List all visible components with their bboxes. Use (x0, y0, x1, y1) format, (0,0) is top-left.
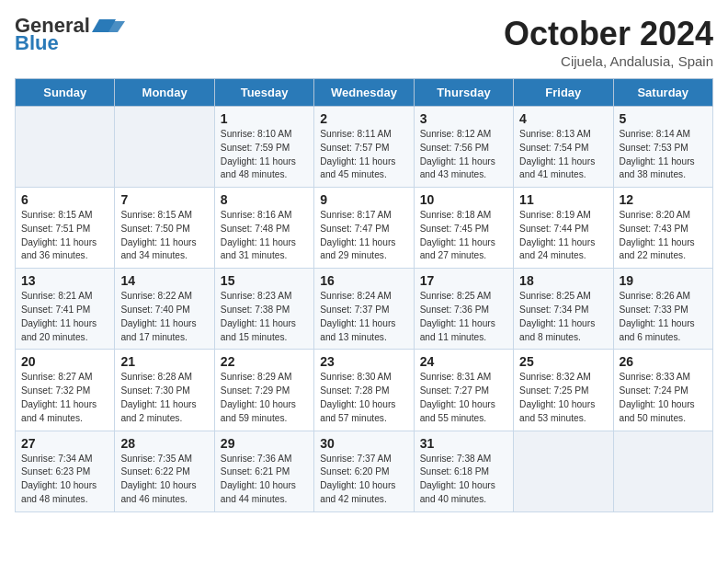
day-cell: 2Sunrise: 8:11 AM Sunset: 7:57 PM Daylig… (314, 107, 414, 188)
day-info: Sunrise: 8:22 AM Sunset: 7:40 PM Dayligh… (120, 290, 209, 344)
day-cell: 3Sunrise: 8:12 AM Sunset: 7:56 PM Daylig… (414, 107, 513, 188)
day-cell: 25Sunrise: 8:32 AM Sunset: 7:25 PM Dayli… (514, 350, 613, 431)
day-number: 28 (120, 436, 209, 451)
day-number: 27 (21, 436, 109, 451)
day-cell: 30Sunrise: 7:37 AM Sunset: 6:20 PM Dayli… (314, 431, 414, 511)
day-number: 23 (320, 354, 408, 369)
logo-icon (92, 16, 125, 36)
day-number: 8 (221, 192, 309, 207)
day-info: Sunrise: 8:20 AM Sunset: 7:43 PM Dayligh… (620, 209, 708, 263)
day-number: 18 (519, 273, 608, 288)
day-cell (613, 431, 712, 511)
day-number: 2 (320, 111, 408, 126)
day-info: Sunrise: 8:31 AM Sunset: 7:27 PM Dayligh… (420, 371, 508, 425)
day-info: Sunrise: 8:19 AM Sunset: 7:44 PM Dayligh… (519, 209, 608, 263)
day-info: Sunrise: 8:25 AM Sunset: 7:34 PM Dayligh… (519, 290, 608, 344)
day-info: Sunrise: 8:17 AM Sunset: 7:47 PM Dayligh… (320, 209, 408, 263)
day-info: Sunrise: 7:38 AM Sunset: 6:18 PM Dayligh… (420, 453, 508, 507)
week-row-1: 1Sunrise: 8:10 AM Sunset: 7:59 PM Daylig… (16, 107, 713, 188)
day-cell: 9Sunrise: 8:17 AM Sunset: 7:47 PM Daylig… (314, 188, 414, 269)
day-info: Sunrise: 8:23 AM Sunset: 7:38 PM Dayligh… (221, 290, 309, 344)
day-number: 22 (221, 354, 309, 369)
day-cell: 24Sunrise: 8:31 AM Sunset: 7:27 PM Dayli… (414, 350, 513, 431)
day-info: Sunrise: 8:18 AM Sunset: 7:45 PM Dayligh… (420, 209, 508, 263)
day-number: 31 (420, 436, 508, 451)
month-title: October 2024 (504, 15, 713, 53)
day-cell: 31Sunrise: 7:38 AM Sunset: 6:18 PM Dayli… (414, 431, 513, 511)
header-day-saturday: Saturday (613, 79, 712, 107)
week-row-5: 27Sunrise: 7:34 AM Sunset: 6:23 PM Dayli… (16, 431, 713, 511)
day-cell: 29Sunrise: 7:36 AM Sunset: 6:21 PM Dayli… (214, 431, 313, 511)
day-info: Sunrise: 7:34 AM Sunset: 6:23 PM Dayligh… (21, 453, 109, 507)
calendar-table: SundayMondayTuesdayWednesdayThursdayFrid… (15, 78, 713, 512)
day-number: 26 (620, 354, 708, 369)
day-info: Sunrise: 8:11 AM Sunset: 7:57 PM Dayligh… (320, 128, 408, 182)
day-info: Sunrise: 8:12 AM Sunset: 7:56 PM Dayligh… (420, 128, 508, 182)
day-cell (115, 107, 214, 188)
day-number: 1 (221, 111, 309, 126)
day-info: Sunrise: 8:28 AM Sunset: 7:30 PM Dayligh… (120, 371, 209, 425)
day-info: Sunrise: 8:15 AM Sunset: 7:51 PM Dayligh… (21, 209, 109, 263)
day-cell: 21Sunrise: 8:28 AM Sunset: 7:30 PM Dayli… (115, 350, 214, 431)
day-info: Sunrise: 8:16 AM Sunset: 7:48 PM Dayligh… (221, 209, 309, 263)
header-day-monday: Monday (115, 79, 214, 107)
day-number: 5 (620, 111, 708, 126)
day-cell: 19Sunrise: 8:26 AM Sunset: 7:33 PM Dayli… (613, 269, 712, 350)
page-header: General Blue October 2024 Cijuela, Andal… (15, 15, 713, 69)
day-cell: 12Sunrise: 8:20 AM Sunset: 7:43 PM Dayli… (613, 188, 712, 269)
header-row: SundayMondayTuesdayWednesdayThursdayFrid… (16, 79, 713, 107)
day-info: Sunrise: 8:21 AM Sunset: 7:41 PM Dayligh… (21, 290, 109, 344)
day-cell: 28Sunrise: 7:35 AM Sunset: 6:22 PM Dayli… (115, 431, 214, 511)
day-cell: 10Sunrise: 8:18 AM Sunset: 7:45 PM Dayli… (414, 188, 513, 269)
day-info: Sunrise: 8:26 AM Sunset: 7:33 PM Dayligh… (620, 290, 708, 344)
day-cell: 15Sunrise: 8:23 AM Sunset: 7:38 PM Dayli… (214, 269, 313, 350)
day-info: Sunrise: 8:15 AM Sunset: 7:50 PM Dayligh… (120, 209, 209, 263)
day-number: 13 (21, 273, 109, 288)
day-info: Sunrise: 8:24 AM Sunset: 7:37 PM Dayligh… (320, 290, 408, 344)
day-info: Sunrise: 8:10 AM Sunset: 7:59 PM Dayligh… (221, 128, 309, 182)
header-day-friday: Friday (514, 79, 613, 107)
day-number: 19 (620, 273, 708, 288)
day-cell: 11Sunrise: 8:19 AM Sunset: 7:44 PM Dayli… (514, 188, 613, 269)
day-number: 12 (620, 192, 708, 207)
header-day-thursday: Thursday (414, 79, 513, 107)
day-number: 21 (120, 354, 209, 369)
day-number: 10 (420, 192, 508, 207)
day-info: Sunrise: 8:25 AM Sunset: 7:36 PM Dayligh… (420, 290, 508, 344)
logo: General Blue (15, 15, 125, 55)
day-number: 25 (519, 354, 608, 369)
day-cell: 16Sunrise: 8:24 AM Sunset: 7:37 PM Dayli… (314, 269, 414, 350)
day-number: 4 (519, 111, 608, 126)
day-info: Sunrise: 7:35 AM Sunset: 6:22 PM Dayligh… (120, 453, 209, 507)
day-number: 9 (320, 192, 408, 207)
header-day-tuesday: Tuesday (214, 79, 313, 107)
day-number: 20 (21, 354, 109, 369)
day-cell (514, 431, 613, 511)
logo-blue: Blue (15, 31, 59, 55)
day-info: Sunrise: 7:37 AM Sunset: 6:20 PM Dayligh… (320, 453, 408, 507)
day-number: 24 (420, 354, 508, 369)
day-number: 30 (320, 436, 408, 451)
day-number: 3 (420, 111, 508, 126)
day-info: Sunrise: 8:30 AM Sunset: 7:28 PM Dayligh… (320, 371, 408, 425)
day-cell: 23Sunrise: 8:30 AM Sunset: 7:28 PM Dayli… (314, 350, 414, 431)
week-row-2: 6Sunrise: 8:15 AM Sunset: 7:51 PM Daylig… (16, 188, 713, 269)
day-cell: 4Sunrise: 8:13 AM Sunset: 7:54 PM Daylig… (514, 107, 613, 188)
week-row-4: 20Sunrise: 8:27 AM Sunset: 7:32 PM Dayli… (16, 350, 713, 431)
calendar-header: SundayMondayTuesdayWednesdayThursdayFrid… (16, 79, 713, 107)
day-info: Sunrise: 8:32 AM Sunset: 7:25 PM Dayligh… (519, 371, 608, 425)
day-cell: 14Sunrise: 8:22 AM Sunset: 7:40 PM Dayli… (115, 269, 214, 350)
day-info: Sunrise: 8:14 AM Sunset: 7:53 PM Dayligh… (620, 128, 708, 182)
header-day-sunday: Sunday (16, 79, 115, 107)
day-cell: 7Sunrise: 8:15 AM Sunset: 7:50 PM Daylig… (115, 188, 214, 269)
title-block: October 2024 Cijuela, Andalusia, Spain (504, 15, 713, 69)
day-cell: 18Sunrise: 8:25 AM Sunset: 7:34 PM Dayli… (514, 269, 613, 350)
day-cell: 5Sunrise: 8:14 AM Sunset: 7:53 PM Daylig… (613, 107, 712, 188)
day-number: 14 (120, 273, 209, 288)
day-number: 11 (519, 192, 608, 207)
day-info: Sunrise: 8:27 AM Sunset: 7:32 PM Dayligh… (21, 371, 109, 425)
location-subtitle: Cijuela, Andalusia, Spain (504, 53, 713, 69)
day-number: 7 (120, 192, 209, 207)
day-info: Sunrise: 8:13 AM Sunset: 7:54 PM Dayligh… (519, 128, 608, 182)
day-info: Sunrise: 8:29 AM Sunset: 7:29 PM Dayligh… (221, 371, 309, 425)
